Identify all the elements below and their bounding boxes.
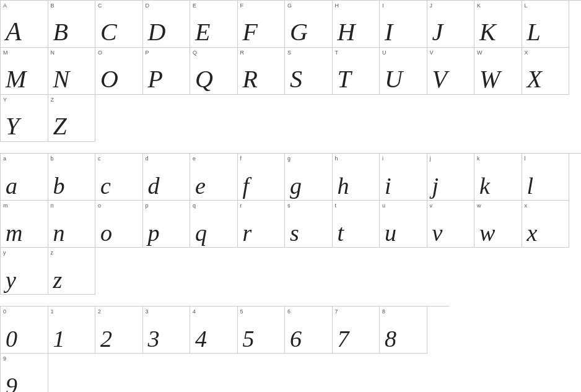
grid-cell: Y Y	[1, 95, 48, 142]
grid-cell: u u	[380, 201, 427, 248]
grid-cell: 1 1	[48, 307, 96, 354]
grid-cell: 6 6	[285, 307, 333, 354]
grid-cell: p p	[143, 201, 191, 248]
grid-cell: 3 3	[143, 307, 191, 354]
grid-cell: C C	[95, 1, 143, 48]
grid-cell: T T	[333, 48, 380, 95]
grid-cell: U U	[380, 48, 427, 95]
grid-cell: F F	[238, 1, 286, 48]
grid-cell: r r	[238, 201, 286, 248]
grid-cell: H H	[333, 1, 380, 48]
grid-cell: v v	[427, 201, 475, 248]
grid-cell: X X	[522, 48, 570, 95]
grid-cell: n n	[48, 201, 96, 248]
grid-cell: x x	[522, 201, 570, 248]
grid-cell: B B	[48, 1, 96, 48]
font-grid: A A B B C C D D E E F F G G H H	[0, 0, 581, 392]
grid-cell: d d	[143, 154, 191, 201]
grid-cell: 7 7	[333, 307, 380, 354]
grid-cell: A A	[1, 1, 48, 48]
grid-cell: O O	[95, 48, 143, 95]
grid-cell: i i	[380, 154, 427, 201]
grid-cell: 8 8	[380, 307, 427, 354]
grid-cell: M M	[1, 48, 48, 95]
grid-cell: h h	[333, 154, 380, 201]
grid-cell: R R	[238, 48, 286, 95]
grid-cell: E E	[190, 1, 238, 48]
grid-cell: 5 5	[238, 307, 286, 354]
grid-cell: y y	[1, 248, 48, 295]
grid-cell: q q	[190, 201, 238, 248]
grid-cell: G G	[285, 1, 333, 48]
grid-cell: D D	[143, 1, 191, 48]
grid-cell: c c	[95, 154, 143, 201]
grid-cell: a a	[1, 154, 48, 201]
grid-cell: L L	[522, 1, 570, 48]
grid-cell: l l	[522, 154, 570, 201]
grid-cell: j j	[427, 154, 475, 201]
grid-cell: f f	[238, 154, 286, 201]
grid-cell: Q Q	[190, 48, 238, 95]
lowercase-section: a a b b c c d d e e f f g g h h	[0, 153, 581, 295]
grid-cell: 2 2	[95, 307, 143, 354]
grid-cell: I I	[380, 1, 427, 48]
grid-cell: P P	[143, 48, 191, 95]
grid-cell: z z	[48, 248, 96, 295]
grid-cell: 4 4	[190, 307, 238, 354]
grid-cell: W W	[474, 48, 522, 95]
grid-cell: 0 0	[1, 307, 48, 354]
grid-cell: g g	[285, 154, 333, 201]
grid-cell: K K	[474, 1, 522, 48]
grid-cell: w w	[474, 201, 522, 248]
grid-cell: o o	[95, 201, 143, 248]
uppercase-section: A A B B C C D D E E F F G G H H	[0, 0, 581, 142]
grid-cell: k k	[474, 154, 522, 201]
numbers-section: 0 0 1 1 2 2 3 3 4 4 5 5 6 6 7 7	[0, 306, 450, 392]
grid-cell: J J	[427, 1, 475, 48]
grid-cell: e e	[190, 154, 238, 201]
grid-cell: N N	[48, 48, 96, 95]
grid-cell: S S	[285, 48, 333, 95]
grid-cell: 9 9	[1, 354, 48, 392]
grid-cell: m m	[1, 201, 48, 248]
grid-cell: t t	[333, 201, 380, 248]
grid-cell: Z Z	[48, 95, 96, 142]
grid-cell: V V	[427, 48, 475, 95]
grid-cell: b b	[48, 154, 96, 201]
grid-cell: s s	[285, 201, 333, 248]
